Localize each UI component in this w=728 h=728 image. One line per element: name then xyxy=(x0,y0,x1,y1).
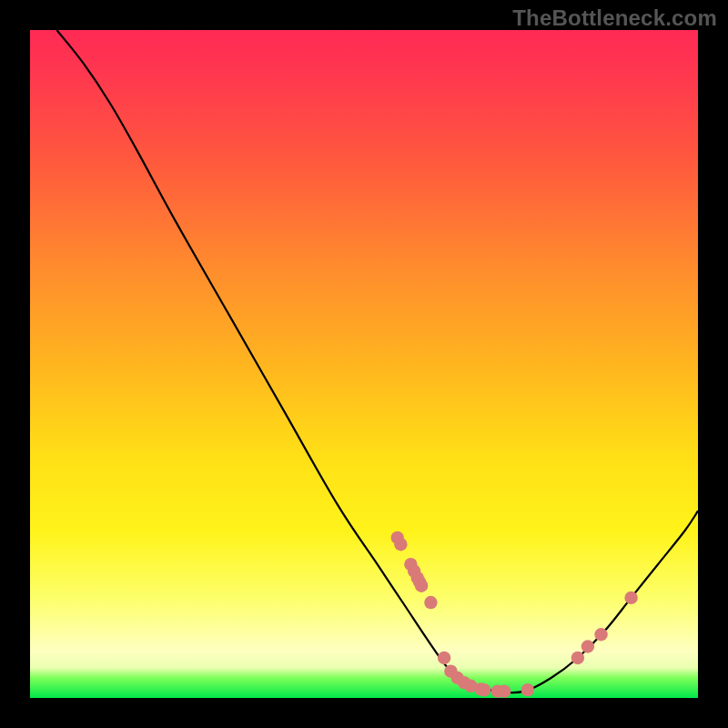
data-marker xyxy=(624,592,637,604)
bottleneck-curve xyxy=(56,30,698,693)
data-marker xyxy=(424,596,437,609)
watermark-text: TheBottleneck.com xyxy=(512,5,717,31)
data-marker xyxy=(521,683,534,696)
data-marker xyxy=(415,579,428,592)
chart-svg xyxy=(30,30,698,698)
chart-frame: TheBottleneck.com xyxy=(0,0,728,728)
data-marker xyxy=(571,652,584,664)
data-marker xyxy=(498,684,511,697)
data-marker xyxy=(394,538,407,551)
data-marker xyxy=(478,683,490,696)
data-marker xyxy=(438,652,450,664)
data-markers xyxy=(391,531,638,698)
data-marker xyxy=(594,628,607,641)
data-marker xyxy=(581,640,594,652)
